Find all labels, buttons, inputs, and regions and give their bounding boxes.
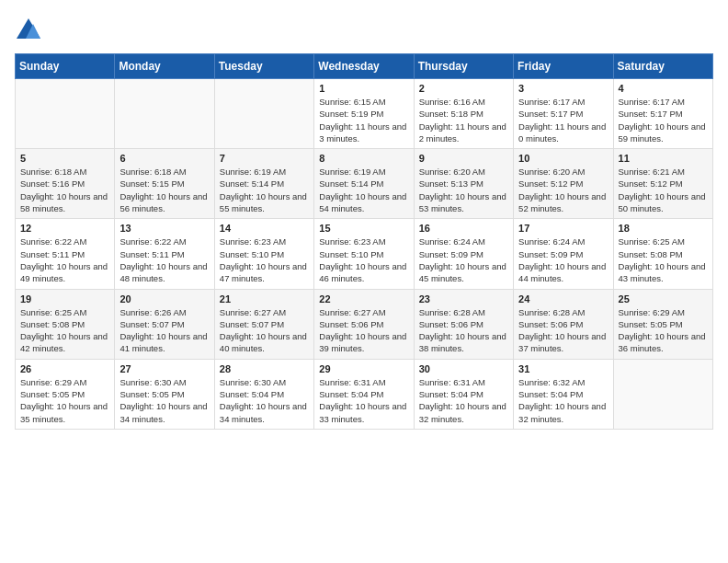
- calendar-cell: 14Sunrise: 6:23 AM Sunset: 5:10 PM Dayli…: [214, 219, 313, 289]
- day-info: Sunrise: 6:29 AM Sunset: 5:05 PM Dayligh…: [619, 306, 708, 355]
- calendar-cell: 25Sunrise: 6:29 AM Sunset: 5:05 PM Dayli…: [613, 289, 712, 359]
- calendar-cell: 30Sunrise: 6:31 AM Sunset: 5:04 PM Dayli…: [414, 359, 513, 429]
- calendar-week-row: 26Sunrise: 6:29 AM Sunset: 5:05 PM Dayli…: [16, 359, 713, 429]
- calendar-cell: 29Sunrise: 6:31 AM Sunset: 5:04 PM Dayli…: [314, 359, 414, 429]
- calendar-cell: 31Sunrise: 6:32 AM Sunset: 5:04 PM Dayli…: [514, 359, 613, 429]
- day-number: 22: [319, 293, 408, 304]
- day-number: 21: [220, 293, 309, 304]
- day-number: 7: [220, 153, 309, 164]
- day-info: Sunrise: 6:20 AM Sunset: 5:12 PM Dayligh…: [518, 166, 608, 214]
- day-info: Sunrise: 6:29 AM Sunset: 5:05 PM Dayligh…: [20, 376, 109, 425]
- day-info: Sunrise: 6:28 AM Sunset: 5:06 PM Dayligh…: [518, 306, 608, 355]
- calendar-cell: 21Sunrise: 6:27 AM Sunset: 5:07 PM Dayli…: [214, 289, 313, 359]
- day-info: Sunrise: 6:16 AM Sunset: 5:18 PM Dayligh…: [419, 96, 508, 144]
- day-number: 19: [20, 293, 109, 304]
- calendar-header-monday: Monday: [115, 54, 214, 79]
- calendar-cell: 10Sunrise: 6:20 AM Sunset: 5:12 PM Dayli…: [514, 149, 613, 219]
- day-number: 15: [319, 223, 408, 234]
- calendar-table: SundayMondayTuesdayWednesdayThursdayFrid…: [15, 53, 713, 430]
- day-info: Sunrise: 6:22 AM Sunset: 5:11 PM Dayligh…: [119, 236, 209, 284]
- calendar-cell: 23Sunrise: 6:28 AM Sunset: 5:06 PM Dayli…: [414, 289, 513, 359]
- day-info: Sunrise: 6:30 AM Sunset: 5:05 PM Dayligh…: [119, 376, 209, 425]
- calendar-cell: 18Sunrise: 6:25 AM Sunset: 5:08 PM Dayli…: [613, 219, 712, 289]
- calendar-cell: 6Sunrise: 6:18 AM Sunset: 5:15 PM Daylig…: [115, 149, 214, 219]
- calendar-week-row: 19Sunrise: 6:25 AM Sunset: 5:08 PM Dayli…: [16, 289, 713, 359]
- day-number: 2: [419, 83, 508, 94]
- day-number: 12: [20, 223, 109, 234]
- logo: [15, 15, 46, 42]
- page-header: [15, 15, 713, 42]
- calendar-header-thursday: Thursday: [414, 54, 513, 79]
- calendar-cell: 26Sunrise: 6:29 AM Sunset: 5:05 PM Dayli…: [16, 359, 115, 429]
- day-number: 30: [419, 363, 508, 374]
- day-info: Sunrise: 6:24 AM Sunset: 5:09 PM Dayligh…: [518, 236, 608, 284]
- day-info: Sunrise: 6:24 AM Sunset: 5:09 PM Dayligh…: [419, 236, 508, 284]
- day-number: 26: [20, 363, 109, 374]
- day-info: Sunrise: 6:31 AM Sunset: 5:04 PM Dayligh…: [319, 376, 408, 425]
- calendar-cell: 3Sunrise: 6:17 AM Sunset: 5:17 PM Daylig…: [514, 79, 613, 149]
- calendar-cell: 19Sunrise: 6:25 AM Sunset: 5:08 PM Dayli…: [16, 289, 115, 359]
- day-number: 24: [518, 293, 608, 304]
- calendar-cell: 22Sunrise: 6:27 AM Sunset: 5:06 PM Dayli…: [314, 289, 414, 359]
- day-info: Sunrise: 6:21 AM Sunset: 5:12 PM Dayligh…: [619, 166, 708, 214]
- calendar-week-row: 5Sunrise: 6:18 AM Sunset: 5:16 PM Daylig…: [16, 149, 713, 219]
- day-number: 6: [119, 153, 209, 164]
- day-info: Sunrise: 6:32 AM Sunset: 5:04 PM Dayligh…: [518, 376, 608, 425]
- logo-icon: [15, 15, 42, 42]
- day-number: 10: [518, 153, 608, 164]
- day-number: 13: [119, 223, 209, 234]
- calendar-cell: 16Sunrise: 6:24 AM Sunset: 5:09 PM Dayli…: [414, 219, 513, 289]
- calendar-cell: 24Sunrise: 6:28 AM Sunset: 5:06 PM Dayli…: [514, 289, 613, 359]
- calendar-cell: 2Sunrise: 6:16 AM Sunset: 5:18 PM Daylig…: [414, 79, 513, 149]
- day-number: 8: [319, 153, 408, 164]
- day-number: 3: [518, 83, 608, 94]
- day-info: Sunrise: 6:28 AM Sunset: 5:06 PM Dayligh…: [419, 306, 508, 355]
- day-info: Sunrise: 6:23 AM Sunset: 5:10 PM Dayligh…: [220, 236, 309, 284]
- calendar-cell: [115, 79, 214, 149]
- day-info: Sunrise: 6:15 AM Sunset: 5:19 PM Dayligh…: [319, 96, 408, 144]
- day-info: Sunrise: 6:27 AM Sunset: 5:06 PM Dayligh…: [319, 306, 408, 355]
- day-number: 17: [518, 223, 608, 234]
- day-info: Sunrise: 6:19 AM Sunset: 5:14 PM Dayligh…: [220, 166, 309, 214]
- day-info: Sunrise: 6:31 AM Sunset: 5:04 PM Dayligh…: [419, 376, 508, 425]
- day-info: Sunrise: 6:19 AM Sunset: 5:14 PM Dayligh…: [319, 166, 408, 214]
- day-number: 18: [619, 223, 708, 234]
- day-number: 29: [319, 363, 408, 374]
- day-info: Sunrise: 6:17 AM Sunset: 5:17 PM Dayligh…: [518, 96, 608, 144]
- calendar-header-sunday: Sunday: [16, 54, 115, 79]
- day-number: 14: [220, 223, 309, 234]
- day-info: Sunrise: 6:20 AM Sunset: 5:13 PM Dayligh…: [419, 166, 508, 214]
- calendar-week-row: 12Sunrise: 6:22 AM Sunset: 5:11 PM Dayli…: [16, 219, 713, 289]
- day-number: 16: [419, 223, 508, 234]
- calendar-cell: 15Sunrise: 6:23 AM Sunset: 5:10 PM Dayli…: [314, 219, 414, 289]
- calendar-cell: [613, 359, 712, 429]
- day-info: Sunrise: 6:25 AM Sunset: 5:08 PM Dayligh…: [619, 236, 708, 284]
- calendar-header-row: SundayMondayTuesdayWednesdayThursdayFrid…: [16, 54, 713, 79]
- calendar-cell: [214, 79, 313, 149]
- calendar-cell: 13Sunrise: 6:22 AM Sunset: 5:11 PM Dayli…: [115, 219, 214, 289]
- calendar-cell: 8Sunrise: 6:19 AM Sunset: 5:14 PM Daylig…: [314, 149, 414, 219]
- day-number: 20: [119, 293, 209, 304]
- day-number: 28: [220, 363, 309, 374]
- calendar-cell: 27Sunrise: 6:30 AM Sunset: 5:05 PM Dayli…: [115, 359, 214, 429]
- day-info: Sunrise: 6:18 AM Sunset: 5:16 PM Dayligh…: [20, 166, 109, 214]
- calendar-cell: 28Sunrise: 6:30 AM Sunset: 5:04 PM Dayli…: [214, 359, 313, 429]
- calendar-header-friday: Friday: [514, 54, 613, 79]
- day-info: Sunrise: 6:22 AM Sunset: 5:11 PM Dayligh…: [20, 236, 109, 284]
- day-number: 31: [518, 363, 608, 374]
- day-number: 11: [619, 153, 708, 164]
- day-number: 27: [119, 363, 209, 374]
- calendar-cell: 9Sunrise: 6:20 AM Sunset: 5:13 PM Daylig…: [414, 149, 513, 219]
- calendar-cell: 20Sunrise: 6:26 AM Sunset: 5:07 PM Dayli…: [115, 289, 214, 359]
- calendar-header-tuesday: Tuesday: [214, 54, 313, 79]
- calendar-cell: 12Sunrise: 6:22 AM Sunset: 5:11 PM Dayli…: [16, 219, 115, 289]
- day-number: 1: [319, 83, 408, 94]
- calendar-cell: 17Sunrise: 6:24 AM Sunset: 5:09 PM Dayli…: [514, 219, 613, 289]
- day-number: 5: [20, 153, 109, 164]
- calendar-header-wednesday: Wednesday: [314, 54, 414, 79]
- day-info: Sunrise: 6:26 AM Sunset: 5:07 PM Dayligh…: [119, 306, 209, 355]
- calendar-cell: 11Sunrise: 6:21 AM Sunset: 5:12 PM Dayli…: [613, 149, 712, 219]
- calendar-header-saturday: Saturday: [613, 54, 712, 79]
- day-number: 25: [619, 293, 708, 304]
- calendar-cell: [16, 79, 115, 149]
